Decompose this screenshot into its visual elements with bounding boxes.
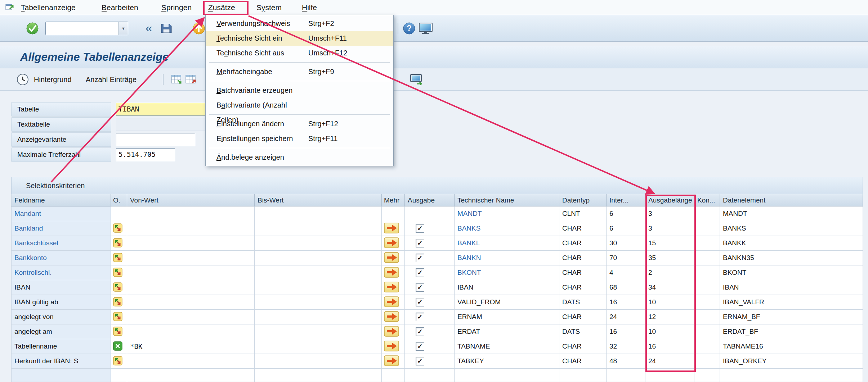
multiple-selection-button[interactable] — [384, 328, 399, 335]
multiple-selection-button[interactable] — [384, 313, 399, 320]
ausgabe-checkbox[interactable]: ✓ — [416, 298, 424, 306]
tabelle-label-strip: Tabelle — [11, 102, 111, 117]
bis-wert-input[interactable] — [255, 310, 382, 324]
von-wert-input[interactable] — [127, 206, 255, 221]
selection-options-button[interactable] — [113, 313, 122, 320]
layout-monitor-icon[interactable] — [419, 22, 433, 36]
menu-item-mehrfacheingabe[interactable]: Mehrfacheingabe Strg+F9 — [206, 64, 393, 79]
bis-wert-input[interactable] — [255, 324, 382, 339]
save-button[interactable] — [160, 22, 173, 36]
background-button[interactable]: Hintergrund — [34, 68, 72, 91]
entries-count-button[interactable]: Anzahl Einträge — [86, 68, 137, 91]
multiple-selection-button[interactable] — [384, 357, 399, 365]
ausgabelaenge-cell: 12 — [645, 310, 694, 324]
bis-wert-input[interactable] — [255, 251, 382, 265]
von-wert-input[interactable] — [127, 295, 255, 310]
screen-shortcut-icon[interactable] — [410, 74, 423, 87]
ausgabe-checkbox[interactable]: ✓ — [416, 342, 424, 351]
von-wert-input[interactable] — [127, 310, 255, 324]
multiple-selection-button[interactable] — [384, 254, 399, 262]
exclude-pattern-button[interactable] — [113, 342, 122, 350]
select-all-fields-icon[interactable] — [171, 74, 182, 87]
von-wert-input[interactable] — [127, 324, 255, 339]
clock-icon[interactable] — [17, 73, 29, 87]
menu-item-aend-belege-anzeigen[interactable]: Änd.belege anzeigen — [206, 150, 393, 165]
ausgabe-checkbox[interactable]: ✓ — [416, 283, 424, 292]
menu-system[interactable]: System — [256, 0, 282, 15]
ausgabe-checkbox[interactable]: ✓ — [416, 357, 424, 365]
command-field[interactable]: ▼ — [45, 22, 128, 35]
selection-options-button[interactable] — [113, 254, 122, 262]
menu-item-verwendungsnachweis[interactable]: Verwendungsnachweis Strg+F2 — [206, 16, 393, 31]
multiple-selection-button[interactable] — [384, 224, 399, 232]
ausgabe-cell: ✓ — [405, 295, 455, 310]
ausgabe-checkbox[interactable]: ✓ — [416, 254, 424, 262]
ausgabe-checkbox[interactable]: ✓ — [416, 268, 424, 277]
ausgabe-checkbox[interactable]: ✓ — [416, 313, 424, 321]
von-wert-input[interactable] — [127, 265, 255, 280]
col-ausgabe: Ausgabe — [405, 194, 455, 206]
menu-item-einstellungen-aendern[interactable]: Einstellungen ändern Strg+F12 — [206, 117, 393, 131]
mehr-cell — [382, 206, 405, 221]
exit-button[interactable] — [192, 22, 205, 36]
ausgabe-checkbox[interactable]: ✓ — [416, 224, 424, 233]
von-wert-input[interactable] — [127, 369, 255, 382]
selection-options-button[interactable] — [113, 357, 122, 365]
bis-wert-input[interactable] — [255, 339, 382, 354]
selection-options-button[interactable] — [113, 328, 122, 335]
datentyp-cell: CLNT — [559, 206, 607, 221]
von-wert-input[interactable] — [127, 354, 255, 369]
multiple-selection-button[interactable] — [384, 239, 399, 247]
ausgabe-checkbox[interactable]: ✓ — [416, 327, 424, 336]
menu-tabellenanzeige[interactable]: Tabellenanzeige — [21, 0, 76, 15]
max-trefferzahl-label: Maximale Trefferzahl — [17, 148, 81, 162]
menu-zusaetze[interactable]: Zusätze — [208, 0, 235, 15]
menu-item-batchvariante-anzahl-zeilen[interactable]: Batchvariante (Anzahl Zeilen) — [206, 98, 393, 113]
help-button[interactable]: ? — [403, 22, 416, 36]
menu-item-technische-sicht-aus[interactable]: Technische Sicht aus Umsch+F12 — [206, 46, 393, 60]
bis-wert-input[interactable] — [255, 221, 382, 236]
enter-button[interactable] — [26, 22, 39, 36]
feldname-cell: Tabellenname — [11, 339, 111, 354]
menu-springen[interactable]: Springen — [161, 0, 192, 15]
bis-wert-input[interactable] — [255, 236, 382, 251]
bis-wert-input[interactable] — [255, 206, 382, 221]
anzeigevariante-input[interactable] — [116, 133, 195, 146]
multiple-selection-button[interactable] — [384, 269, 399, 276]
bis-wert-input[interactable] — [255, 369, 382, 382]
menu-item-einstellungen-speichern[interactable]: Einstellungen speichern Strg+F11 — [206, 131, 393, 146]
von-wert-input[interactable] — [127, 236, 255, 251]
multiple-selection-button[interactable] — [384, 283, 399, 291]
command-dropdown-button[interactable]: ▼ — [118, 22, 128, 35]
selection-options-button[interactable] — [113, 298, 122, 306]
ausgabe-checkbox[interactable]: ✓ — [416, 239, 424, 247]
menu-item-batchvariante-erzeugen[interactable]: Batchvariante erzeugen — [206, 83, 393, 98]
window-menu-icon[interactable] — [5, 3, 14, 14]
bis-wert-input[interactable] — [255, 280, 382, 295]
kon-cell — [694, 265, 720, 280]
von-wert-input[interactable] — [127, 280, 255, 295]
interne-laenge-cell: 32 — [607, 339, 645, 354]
selection-options-button[interactable] — [113, 224, 122, 232]
menu-hilfe[interactable]: Hilfe — [302, 0, 317, 15]
selection-options-button[interactable] — [113, 239, 122, 247]
bis-wert-input[interactable] — [255, 265, 382, 280]
bis-wert-input[interactable] — [255, 354, 382, 369]
max-trefferzahl-input[interactable]: 5.514.705 — [116, 148, 175, 161]
col-feldname: Feldname — [11, 194, 111, 206]
bis-wert-input[interactable] — [255, 295, 382, 310]
selection-options-button[interactable] — [113, 283, 122, 291]
von-wert-input[interactable] — [127, 221, 255, 236]
datenelement-cell: IBAN_ORKEY — [720, 354, 863, 369]
selection-options-button[interactable] — [113, 269, 122, 276]
von-wert-input[interactable] — [127, 251, 255, 265]
deselect-fields-icon[interactable] — [185, 74, 197, 87]
o-cell — [111, 221, 127, 236]
multiple-selection-button[interactable] — [384, 298, 399, 306]
menu-bearbeiten[interactable]: Bearbeiten — [102, 0, 138, 15]
collapse-icon[interactable]: « — [146, 15, 152, 42]
von-wert-input[interactable]: *BK — [127, 339, 255, 354]
menu-item-technische-sicht-ein[interactable]: Technische Sicht ein Umsch+F11 — [206, 31, 393, 46]
feldname-cell: Kontrollschl. — [11, 265, 111, 280]
multiple-selection-button[interactable] — [384, 342, 399, 350]
